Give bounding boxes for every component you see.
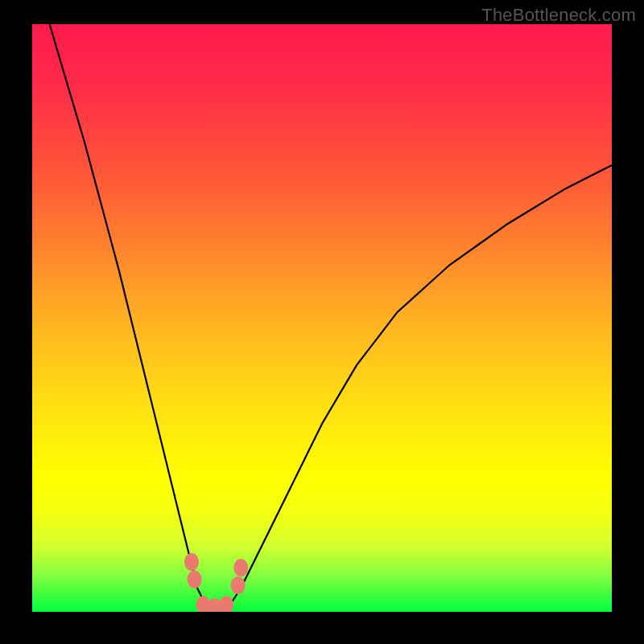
watermark-text: TheBottleneck.com [481,5,636,26]
marker-left-marker-lower [188,571,202,588]
marker-right-marker-lower [231,576,246,594]
marker-floor-marker-3 [219,596,233,612]
data-markers [184,553,248,612]
plot-area [32,24,612,612]
marker-right-marker-upper [233,559,248,576]
bottleneck-curve-right [229,165,612,606]
marker-left-marker-upper [184,553,199,571]
chart-frame: TheBottleneck.com [0,0,644,644]
bottleneck-curve-left [50,24,206,606]
curve-layer [32,24,612,612]
